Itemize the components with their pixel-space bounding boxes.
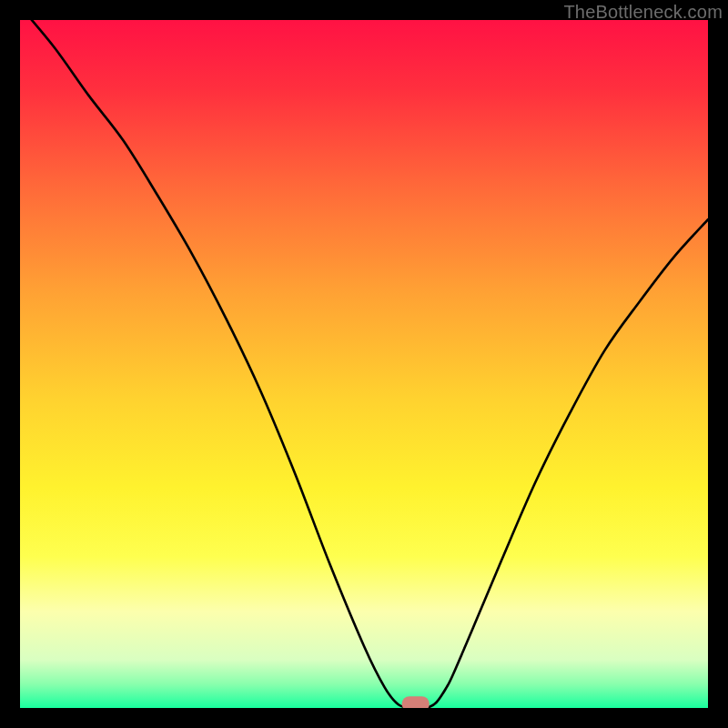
watermark-text: TheBottleneck.com — [563, 2, 723, 23]
plot-area — [20, 20, 708, 708]
bottleneck-marker — [402, 696, 430, 708]
gradient-background — [20, 20, 708, 708]
bottleneck-chart-svg — [20, 20, 708, 708]
chart-frame: TheBottleneck.com — [0, 0, 728, 728]
